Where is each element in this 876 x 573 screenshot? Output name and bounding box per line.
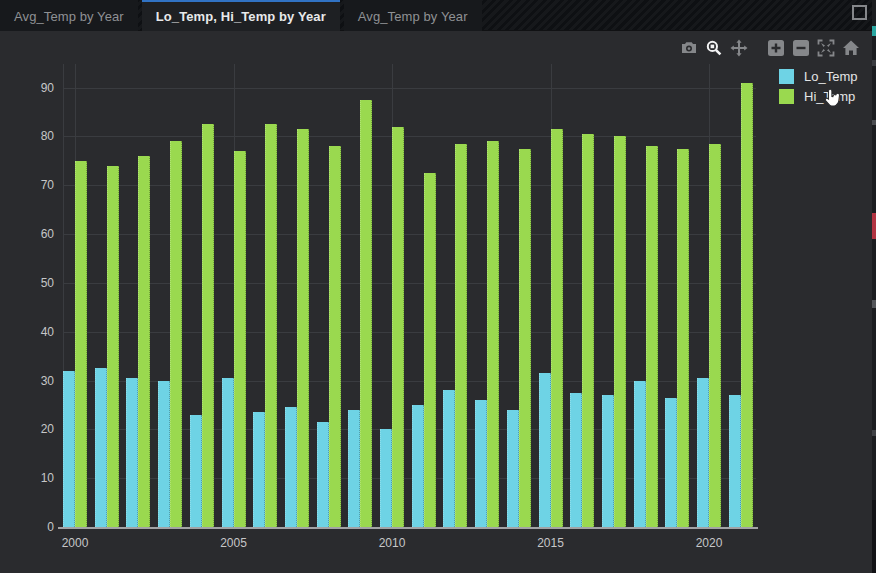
bar-hi_temp-2008[interactable]: [329, 146, 341, 527]
bar-lo_temp-2013[interactable]: [475, 400, 487, 527]
x-axis-tick-label: 2005: [212, 536, 256, 550]
chart-toolbar: [673, 38, 860, 57]
bar-lo_temp-2012[interactable]: [443, 390, 455, 527]
screen-edge-artifact: [872, 0, 876, 573]
bar-hi_temp-2000[interactable]: [75, 161, 87, 527]
y-axis-tick-label: 10: [18, 471, 54, 485]
y-axis-tick-label: 0: [18, 520, 54, 534]
bar-lo_temp-2021[interactable]: [729, 395, 741, 527]
zoom-in-icon[interactable]: [766, 38, 785, 57]
bar-hi_temp-2017[interactable]: [614, 136, 626, 527]
bar-hi_temp-2011[interactable]: [424, 173, 436, 527]
bar-lo_temp-2009[interactable]: [348, 410, 360, 527]
bar-lo_temp-2004[interactable]: [190, 415, 202, 527]
pan-tool-icon[interactable]: [729, 38, 748, 57]
bar-hi_temp-2012[interactable]: [455, 144, 467, 527]
home-icon[interactable]: [841, 38, 860, 57]
bar-hi_temp-2019[interactable]: [677, 149, 689, 527]
window-restore-icon[interactable]: [852, 5, 867, 20]
tab-bar: Avg_Temp by Year Lo_Temp, Hi_Temp by Yea…: [0, 0, 876, 31]
legend-swatch-lo_temp: [779, 69, 794, 84]
y-axis-tick-label: 40: [18, 325, 54, 339]
bar-hi_temp-2009[interactable]: [360, 100, 372, 527]
legend-item-hi_temp[interactable]: Hi_Temp: [779, 86, 857, 106]
tab-avg-temp-1[interactable]: Avg_Temp by Year: [0, 0, 138, 31]
bar-lo_temp-2011[interactable]: [412, 405, 424, 527]
y-axis-tick-label: 50: [18, 276, 54, 290]
bar-hi_temp-2002[interactable]: [138, 156, 150, 527]
bar-lo_temp-2019[interactable]: [665, 398, 677, 527]
x-axis-tick-label: 2010: [370, 536, 414, 550]
x-axis-tick-label: 2015: [529, 536, 573, 550]
legend-label: Hi_Temp: [804, 89, 855, 104]
zoom-out-icon[interactable]: [791, 38, 810, 57]
y-axis-tick-label: 70: [18, 178, 54, 192]
bar-lo_temp-2003[interactable]: [158, 381, 170, 527]
chart-legend: Lo_TempHi_Temp: [779, 66, 857, 106]
camera-icon[interactable]: [679, 38, 698, 57]
gridline-horizontal: [63, 88, 756, 89]
bar-lo_temp-2007[interactable]: [285, 407, 297, 527]
app-window: Avg_Temp by Year Lo_Temp, Hi_Temp by Yea…: [0, 0, 876, 573]
legend-swatch-hi_temp: [779, 89, 794, 104]
legend-item-lo_temp[interactable]: Lo_Temp: [779, 66, 857, 86]
bar-lo_temp-2020[interactable]: [697, 378, 709, 527]
y-axis-tick-label: 30: [18, 374, 54, 388]
bar-hi_temp-2003[interactable]: [170, 141, 182, 527]
gridline-horizontal: [63, 136, 756, 137]
y-axis-tick-label: 20: [18, 422, 54, 436]
bar-lo_temp-2001[interactable]: [95, 368, 107, 527]
y-axis-tick-label: 90: [18, 81, 54, 95]
bar-hi_temp-2006[interactable]: [265, 124, 277, 527]
bar-hi_temp-2001[interactable]: [107, 166, 119, 527]
bar-hi_temp-2015[interactable]: [551, 129, 563, 527]
bar-hi_temp-2021[interactable]: [741, 83, 753, 527]
bar-lo_temp-2010[interactable]: [380, 429, 392, 527]
legend-label: Lo_Temp: [804, 69, 857, 84]
x-axis-tick-label: 2020: [687, 536, 731, 550]
bar-lo_temp-2017[interactable]: [602, 395, 614, 527]
x-axis-tick-label: 2000: [53, 536, 97, 550]
bar-lo_temp-2018[interactable]: [634, 381, 646, 527]
bar-hi_temp-2020[interactable]: [709, 144, 721, 527]
bar-hi_temp-2004[interactable]: [202, 124, 214, 527]
bar-hi_temp-2016[interactable]: [582, 134, 594, 527]
bar-lo_temp-2002[interactable]: [126, 378, 138, 527]
bar-lo_temp-2000[interactable]: [63, 371, 75, 527]
y-axis-tick-label: 60: [18, 227, 54, 241]
bar-hi_temp-2005[interactable]: [234, 151, 246, 527]
bar-lo_temp-2006[interactable]: [253, 412, 265, 527]
bar-hi_temp-2010[interactable]: [392, 127, 404, 527]
zoom-tool-icon[interactable]: [704, 38, 723, 57]
x-axis-line: [58, 527, 758, 529]
bar-lo_temp-2016[interactable]: [570, 393, 582, 527]
bar-hi_temp-2013[interactable]: [487, 141, 499, 527]
bar-hi_temp-2014[interactable]: [519, 149, 531, 527]
tab-lo-hi-temp[interactable]: Lo_Temp, Hi_Temp by Year: [142, 0, 340, 31]
bar-lo_temp-2015[interactable]: [539, 373, 551, 527]
bar-lo_temp-2005[interactable]: [222, 378, 234, 527]
tab-avg-temp-2[interactable]: Avg_Temp by Year: [344, 0, 482, 31]
y-axis-tick-label: 80: [18, 129, 54, 143]
bar-lo_temp-2008[interactable]: [317, 422, 329, 527]
autoscale-icon[interactable]: [816, 38, 835, 57]
bar-chart-plot-area[interactable]: 010203040506070809020002005201020152020: [0, 31, 872, 573]
bar-hi_temp-2007[interactable]: [297, 129, 309, 527]
bar-lo_temp-2014[interactable]: [507, 410, 519, 527]
bar-hi_temp-2018[interactable]: [646, 146, 658, 527]
